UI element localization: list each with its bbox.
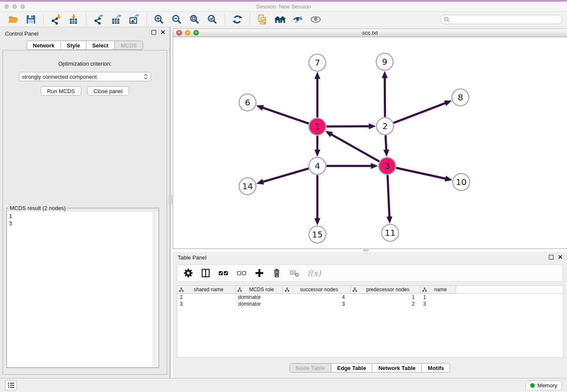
close-table-panel-icon[interactable]: ✕	[558, 255, 563, 259]
float-panel-icon[interactable]	[151, 30, 156, 35]
network-maximize-button[interactable]: +	[193, 30, 199, 36]
select-all-button[interactable]	[218, 268, 229, 278]
refresh-layout-button[interactable]	[231, 13, 244, 26]
graph-node[interactable]: 1	[309, 118, 326, 135]
graph-edge[interactable]	[382, 71, 388, 117]
tab-style[interactable]: Style	[61, 41, 86, 50]
task-history-button[interactable]	[5, 380, 17, 390]
table-cell[interactable]: 3	[283, 301, 351, 307]
network-close-button[interactable]: ✕	[176, 30, 182, 36]
network-window: scc.txt ✕ − + 7968124314101511	[173, 28, 567, 249]
graph-node[interactable]: 7	[309, 54, 326, 71]
zoom-in-button[interactable]	[153, 13, 165, 26]
hide-panel-button[interactable]	[292, 13, 304, 26]
table-cell[interactable]: 3	[421, 301, 456, 307]
graph-node[interactable]: 10	[453, 174, 470, 190]
table-column-header[interactable]: name	[421, 286, 456, 293]
export-network-button[interactable]	[92, 13, 105, 26]
zoom-fit-button[interactable]	[188, 13, 201, 26]
vertical-splitter-handle[interactable]	[169, 195, 172, 204]
graph-edge[interactable]	[326, 123, 376, 129]
graph-node[interactable]: 15	[309, 226, 326, 243]
save-session-button[interactable]	[25, 13, 37, 26]
import-table-button[interactable]	[67, 13, 80, 26]
export-table-button[interactable]	[110, 13, 123, 26]
tab-edge-table[interactable]: Edge Table	[331, 363, 372, 373]
tab-select[interactable]: Select	[86, 41, 115, 50]
graph-edge[interactable]	[314, 175, 320, 226]
search-input[interactable]	[452, 17, 559, 22]
search-box[interactable]	[440, 15, 563, 24]
graph-edge[interactable]	[383, 135, 389, 157]
export-image-button[interactable]	[128, 13, 140, 26]
table-cell[interactable]: 4	[283, 294, 351, 301]
horizontal-splitter[interactable]	[173, 249, 567, 252]
network-minimize-button[interactable]: −	[185, 30, 190, 36]
graph-edge[interactable]	[394, 100, 452, 123]
graph-edge[interactable]	[327, 163, 378, 169]
open-file-button[interactable]	[7, 13, 19, 26]
table-column-header[interactable]: MCDS role	[236, 286, 283, 293]
graph-node[interactable]: 9	[376, 53, 393, 70]
table-cell[interactable]: 3	[177, 301, 236, 307]
graph-edge[interactable]	[396, 168, 452, 182]
show-panel-button[interactable]	[309, 13, 322, 26]
table-cell[interactable]: dominator	[236, 294, 283, 301]
tab-node-table[interactable]: Node Table	[289, 363, 331, 373]
delete-table-button[interactable]	[289, 268, 300, 278]
network-window-titlebar[interactable]: scc.txt ✕ − +	[173, 29, 567, 37]
table-cell[interactable]: 1	[177, 294, 236, 301]
column-type-icon	[179, 287, 184, 292]
table-cell[interactable]: 2	[351, 301, 421, 307]
tab-mcds[interactable]: MCDS	[115, 41, 143, 50]
graph-node[interactable]: 3	[379, 157, 396, 174]
table-column-header[interactable]: successor nodes	[283, 286, 351, 293]
window-title: Session: New Session	[0, 3, 567, 10]
tab-network-table[interactable]: Network Table	[372, 363, 422, 373]
home-button[interactable]	[274, 13, 286, 26]
zoom-out-button[interactable]	[171, 13, 183, 26]
eye-icon	[310, 14, 322, 25]
mcds-result-text[interactable]: 1 3	[7, 212, 153, 367]
table-settings-button[interactable]	[183, 268, 193, 278]
graph-edge[interactable]	[256, 105, 308, 124]
graph-edge[interactable]	[386, 175, 392, 224]
show-columns-button[interactable]	[201, 268, 211, 278]
run-mcds-button[interactable]: Run MCDS	[41, 86, 81, 96]
graph-node[interactable]: 8	[452, 89, 469, 106]
function-builder-button[interactable]: f(x)	[307, 268, 321, 278]
close-panel-button[interactable]: Close panel	[87, 86, 129, 96]
graph-edge[interactable]	[314, 72, 320, 118]
graph-node[interactable]: 2	[377, 118, 394, 135]
table-row[interactable]: 3dominator323	[177, 301, 563, 307]
memory-label: Memory	[537, 382, 557, 389]
zoom-selected-button[interactable]	[206, 13, 219, 26]
deselect-all-button[interactable]	[236, 268, 247, 278]
graph-node[interactable]: 11	[382, 224, 399, 241]
table-cell[interactable]: dominator	[236, 301, 283, 307]
criterion-dropdown[interactable]: strongly connected component	[19, 72, 151, 81]
horizontal-splitter-handle[interactable]	[363, 249, 369, 251]
tab-network[interactable]: Network	[27, 41, 61, 50]
result-scrollbar[interactable]	[153, 212, 158, 367]
graph-node[interactable]: 6	[239, 94, 256, 111]
memory-button[interactable]: Memory	[526, 381, 562, 390]
table-cell[interactable]: 1	[351, 294, 421, 301]
graph-edge[interactable]	[256, 168, 309, 185]
network-canvas[interactable]: 7968124314101511	[173, 38, 567, 248]
clone-network-button[interactable]	[256, 13, 269, 26]
close-panel-icon[interactable]: ✕	[160, 30, 165, 35]
table-cell[interactable]: 1	[421, 294, 456, 301]
graph-node[interactable]: 14	[239, 178, 256, 195]
tab-motifs[interactable]: Motifs	[422, 363, 450, 373]
table-column-header[interactable]: shared name	[177, 286, 236, 293]
float-table-panel-icon[interactable]	[549, 255, 553, 259]
table-row[interactable]: 1dominator411	[177, 294, 563, 301]
import-network-button[interactable]	[50, 13, 62, 26]
graph-node[interactable]: 4	[309, 157, 326, 174]
graph-edge[interactable]	[314, 136, 320, 157]
table-column-header[interactable]: predecessor nodes	[351, 286, 421, 293]
delete-row-button[interactable]	[272, 268, 282, 278]
add-row-button[interactable]	[254, 268, 264, 278]
graph-edge[interactable]	[325, 131, 380, 162]
